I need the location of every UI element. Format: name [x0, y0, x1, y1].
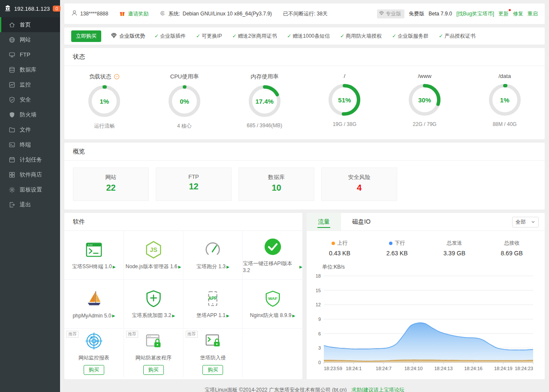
tab-disk-io[interactable]: 磁盘IO: [341, 213, 382, 230]
svg-text:WAF: WAF: [268, 296, 277, 301]
software-item-phpMyAdmin 5.0[interactable]: phpMyAdmin 5.0▶: [64, 280, 124, 329]
enterprise-feature: ✓产品授权证书: [439, 33, 475, 40]
gauge-label: 负载状态?: [89, 73, 120, 81]
gauge-/www[interactable]: /www 30%22G / 79G: [385, 73, 465, 130]
software-item-网站监控报表[interactable]: 推荐网站监控报表购买: [64, 329, 124, 377]
overview-card-数据库[interactable]: 数据库10: [238, 168, 314, 201]
traffic-chart-area: 单位:KB/s 036912151818:23:5918:24:118:24:7…: [307, 259, 545, 379]
gauge-ring: 0%: [166, 83, 202, 119]
svg-text:18:23:59: 18:23:59: [324, 366, 342, 371]
bug-bounty-link[interactable]: [找Bug奖宝塔币]: [456, 10, 494, 18]
invite-reward[interactable]: 邀请奖励: [119, 10, 148, 18]
enterprise-title: 企业版优势: [111, 32, 145, 40]
feature-label: 可更换IP: [202, 33, 222, 40]
account-info[interactable]: 138****8888: [71, 10, 108, 18]
update-link[interactable]: 更新: [498, 10, 509, 18]
software-name-text: 网站防篡改程序: [136, 354, 172, 362]
software-item-宝塔一键迁移API版本 3.2[interactable]: 宝塔一键迁移API版本 3.2▶: [243, 231, 302, 280]
legend-value: 0.43 KB: [329, 250, 350, 257]
software-item-宝塔系统加固 3.2[interactable]: 宝塔系统加固 3.2▶: [124, 280, 184, 329]
overview-card-安全风险[interactable]: 安全风险4: [321, 168, 397, 201]
gauge-/[interactable]: / 51%19G / 38G: [305, 73, 385, 130]
software-item-宝塔SSH终端 1.0[interactable]: 宝塔SSH终端 1.0▶: [64, 231, 124, 280]
sidebar-item-软件商店[interactable]: 软件商店: [0, 167, 60, 182]
message-count-badge[interactable]: 0: [53, 6, 60, 12]
buy-now-button[interactable]: 立即购买: [71, 30, 101, 42]
gauge-负载状态[interactable]: 负载状态? 1%运行流畅: [64, 73, 145, 130]
play-icon: ▶: [178, 265, 181, 269]
tab-traffic[interactable]: 流量: [307, 213, 341, 230]
buy-button[interactable]: 购买: [84, 365, 104, 375]
gauge-title: /www: [418, 73, 431, 79]
help-icon[interactable]: ?: [114, 74, 120, 80]
overview-card-label: 安全风险: [348, 174, 371, 181]
traffic-filter-select[interactable]: 全部: [512, 217, 539, 227]
overview-card-FTP[interactable]: FTP12: [156, 168, 232, 201]
panel-logo[interactable]: 192.168.1.123 0: [0, 0, 60, 17]
gauge-title: /data: [498, 73, 511, 79]
overview-panel-title: 概览: [64, 143, 545, 161]
software-item-堡塔防入侵[interactable]: 推荐堡塔防入侵购买: [184, 329, 243, 377]
monitor-icon: [9, 51, 15, 58]
sidebar-item-首页[interactable]: 首页: [0, 17, 60, 32]
software-name: 宝塔系统加固 3.2▶: [132, 312, 175, 319]
buy-button[interactable]: 购买: [202, 365, 223, 375]
overview-card-value: 4: [357, 183, 362, 193]
sidebar-item-label: 终端: [20, 141, 31, 149]
sidebar-item-网站[interactable]: 网站: [0, 32, 60, 47]
footer-forum-link[interactable]: 求助|建议请上宝塔论坛: [352, 387, 404, 392]
version-label: Beta 7.9.0: [428, 11, 452, 17]
recommend-tag: 推荐: [126, 331, 138, 338]
gear-icon: [9, 186, 15, 193]
gauge-ring: 1%: [86, 83, 122, 119]
enterprise-feature: ✓赠送2张商用证书: [232, 33, 277, 40]
software-item-Nginx防火墙 8.9.9[interactable]: WAFNginx防火墙 8.9.9▶: [243, 280, 302, 329]
software-name-text: Node.js版本管理器 1.6: [126, 263, 178, 270]
recommend-tag: 推荐: [66, 331, 78, 338]
sidebar-item-监控[interactable]: 监控: [0, 77, 60, 92]
software-item-堡塔APP 1.1[interactable]: APP堡塔APP 1.1▶: [184, 280, 243, 329]
sidebar-item-终端[interactable]: 终端: [0, 137, 60, 152]
sidebar-item-文件[interactable]: 文件: [0, 122, 60, 137]
repair-link[interactable]: 修复: [513, 10, 523, 18]
buy-button[interactable]: 购买: [143, 365, 164, 375]
play-icon: ▶: [113, 265, 116, 269]
software-grid: 宝塔SSH终端 1.0▶JSNode.js版本管理器 1.6▶宝塔跑分 1.3▶…: [64, 231, 302, 377]
software-panel: 软件 宝塔SSH终端 1.0▶JSNode.js版本管理器 1.6▶宝塔跑分 1…: [64, 213, 302, 379]
overview-card-网站[interactable]: 网站22: [73, 168, 149, 201]
database-icon: [9, 66, 15, 73]
legend-label: 上行: [332, 239, 347, 247]
software-name-text: phpMyAdmin 5.0: [72, 313, 111, 319]
uptime: 已不间断运行: 38天: [283, 10, 328, 18]
sidebar-item-面板设置[interactable]: 面板设置: [0, 182, 60, 197]
pro-version-badge[interactable]: 专业版: [377, 9, 404, 18]
software-name-text: 宝塔一键迁移API版本 3.2: [243, 260, 299, 273]
overview-card-value: 22: [106, 183, 115, 193]
sidebar-item-数据库[interactable]: 数据库: [0, 62, 60, 77]
legend-label: 总发送: [446, 239, 462, 247]
sidebar-item-FTP[interactable]: FTP: [0, 47, 60, 62]
sidebar-item-label: 文件: [20, 126, 31, 134]
sidebar-item-计划任务[interactable]: 计划任务: [0, 152, 60, 167]
check-icon: ✓: [232, 33, 236, 39]
gauge-value: 51%: [326, 82, 362, 118]
software-item-网站防篡改程序[interactable]: 推荐网站防篡改程序购买: [124, 329, 184, 377]
gauge-内存使用率[interactable]: 内存使用率 17.4%685 / 3946(MB): [224, 73, 305, 130]
user-icon: [71, 10, 78, 18]
sidebar-item-防火墙[interactable]: 防火墙: [0, 107, 60, 122]
gauge-CPU使用率[interactable]: CPU使用率 0%4 核心: [145, 73, 225, 130]
sidebar-item-退出[interactable]: 退出: [0, 197, 60, 212]
sidebar-item-安全[interactable]: 安全: [0, 92, 60, 107]
feature-label: 企业版插件: [160, 33, 186, 40]
sidebar-item-label: 退出: [20, 201, 31, 209]
gauge-/data[interactable]: /data 1%88M / 40G: [465, 73, 545, 130]
enterprise-feature: ✓赠送1000条短信: [287, 33, 330, 40]
status-panel: 状态 负载状态? 1%运行流畅CPU使用率 0%4 核心内存使用率 17.4%6…: [64, 48, 545, 139]
software-item-Node.js版本管理器 1.6[interactable]: JSNode.js版本管理器 1.6▶: [124, 231, 184, 280]
enterprise-feature: ✓企业版服务群: [392, 33, 428, 40]
software-item-宝塔跑分 1.3[interactable]: 宝塔跑分 1.3▶: [184, 231, 243, 280]
software-name: 宝塔SSH终端 1.0▶: [72, 263, 116, 270]
software-name: 堡塔APP 1.1▶: [196, 312, 229, 319]
restart-link[interactable]: 重启: [528, 10, 538, 18]
software-name: phpMyAdmin 5.0▶: [72, 313, 115, 319]
